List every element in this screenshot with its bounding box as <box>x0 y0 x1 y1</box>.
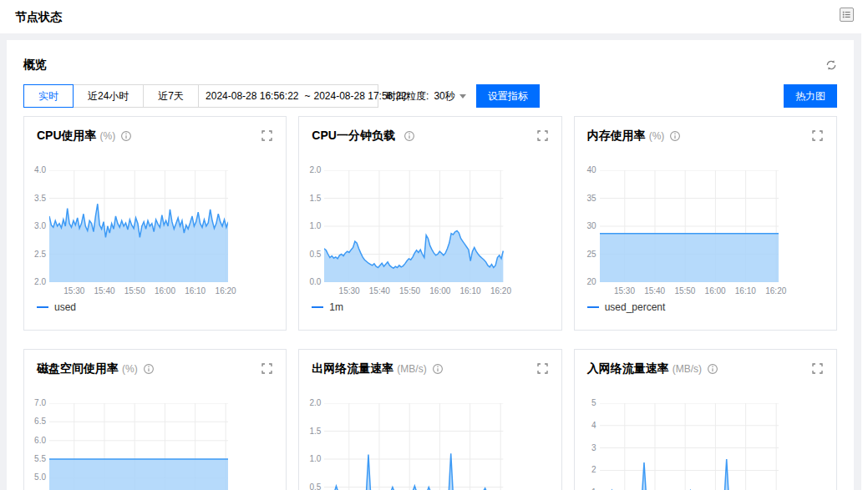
y-axis-tick-label: 0.5 <box>299 482 321 490</box>
y-axis-tick-label: 1.0 <box>299 221 321 231</box>
info-icon[interactable] <box>432 363 444 375</box>
y-axis-tick-label: 2.0 <box>299 398 321 408</box>
y-axis-tick-label: 4 <box>575 421 596 431</box>
y-axis-tick-label: 5.0 <box>24 472 46 482</box>
x-axis-tick-label: 16:00 <box>155 286 175 296</box>
set-metrics-button[interactable]: 设置指标 <box>476 84 540 108</box>
legend-series-label: 1m <box>329 301 343 313</box>
chart-legend[interactable]: used <box>37 301 76 313</box>
y-axis-tick-label: 5 <box>575 398 596 408</box>
expand-icon[interactable] <box>261 363 272 374</box>
y-axis-tick-label: 1.5 <box>299 427 321 437</box>
x-axis-tick-label: 16:10 <box>185 286 206 296</box>
y-axis-tick-label: 3.5 <box>24 194 46 204</box>
y-axis-tick-label: 6.0 <box>24 436 46 446</box>
date-range-separator: ~ <box>304 90 310 102</box>
charts-row-2: 磁盘空间使用率(%)7.06.56.05.55.04.54.015:3015:4… <box>23 349 837 490</box>
chart-unit: (MB/s) <box>673 363 702 375</box>
list-icon-glyph <box>840 8 853 21</box>
y-axis-tick-label: 3.0 <box>24 221 46 231</box>
y-axis-tick-label: 2.0 <box>299 165 321 175</box>
chart-plot-area[interactable] <box>600 403 779 490</box>
y-axis-tick-label: 2 <box>575 465 596 475</box>
chart-plot-area[interactable] <box>324 403 503 490</box>
expand-icon[interactable] <box>812 130 823 141</box>
expand-icon[interactable] <box>261 130 272 141</box>
x-axis-tick-label: 16:10 <box>459 286 480 296</box>
expand-icon[interactable] <box>537 130 548 141</box>
x-axis-tick-label: 16:20 <box>216 286 236 296</box>
time-range-tabs: 实时 近24小时 近7天 <box>23 84 199 108</box>
chart-card-cpu-usage: CPU使用率(%)4.03.53.02.52.015:3015:4015:501… <box>23 116 287 331</box>
tab-realtime[interactable]: 实时 <box>23 84 74 108</box>
info-icon[interactable] <box>120 130 132 142</box>
x-axis-tick-label: 15:30 <box>63 286 84 296</box>
x-axis-tick-label: 15:50 <box>124 286 145 296</box>
legend-line-swatch <box>37 306 48 308</box>
chart-unit: (%) <box>100 130 116 142</box>
chevron-down-icon <box>459 94 466 99</box>
y-axis-tick-label: 35 <box>575 194 596 204</box>
y-axis-tick-label: 7.0 <box>24 398 46 408</box>
chart-plot-area[interactable] <box>49 170 228 282</box>
chart-title: 内存使用率 <box>587 129 646 144</box>
x-axis-tick-label: 15:40 <box>94 286 114 296</box>
info-icon[interactable] <box>143 363 155 375</box>
charts-row-1: CPU使用率(%)4.03.53.02.52.015:3015:4015:501… <box>23 116 837 331</box>
x-axis: 15:3015:4015:5016:0016:1016:20 <box>49 286 228 296</box>
overview-panel: 概览 实时 近24小时 近7天 2024-08-28 16:56:22 ~ 20… <box>7 40 854 490</box>
chart-card-cpu-load-1m: CPU一分钟负载2.01.51.00.50.015:3015:4015:5016… <box>298 116 561 331</box>
expand-icon[interactable] <box>812 363 823 374</box>
x-axis-tick-label: 15:40 <box>369 286 390 296</box>
chart-card-disk-usage: 磁盘空间使用率(%)7.06.56.05.55.04.54.015:3015:4… <box>23 349 287 490</box>
chart-toolbar: 实时 近24小时 近7天 2024-08-28 16:56:22 ~ 2024-… <box>23 84 837 108</box>
chart-card-memory-usage: 内存使用率(%)403530252015:3015:4015:5016:0016… <box>574 116 837 331</box>
chart-unit: (MB/s) <box>397 363 426 375</box>
y-axis-tick-label: 1.5 <box>299 194 321 204</box>
page-title: 节点状态 <box>15 0 62 33</box>
heatmap-button[interactable]: 热力图 <box>784 84 837 108</box>
x-axis: 15:3015:4015:5016:0016:1016:20 <box>324 286 503 296</box>
chart-plot-area[interactable] <box>600 170 779 282</box>
y-axis-tick-label: 25 <box>575 250 596 260</box>
chart-title: 磁盘空间使用率 <box>37 361 119 376</box>
refresh-icon[interactable] <box>825 59 837 71</box>
info-icon[interactable] <box>707 363 718 375</box>
y-axis-tick-label: 30 <box>575 221 596 231</box>
x-axis-tick-label: 15:50 <box>399 286 420 296</box>
y-axis-tick-label: 0.0 <box>299 277 321 287</box>
chart-plot-area[interactable] <box>324 170 503 282</box>
y-axis-tick-label: 0.5 <box>299 250 321 260</box>
legend-series-label: used <box>54 301 76 313</box>
info-icon[interactable] <box>669 130 681 142</box>
date-range-picker[interactable]: 2024-08-28 16:56:22 ~ 2024-08-28 17:56:2… <box>198 84 378 108</box>
top-header: 节点状态 <box>0 0 868 33</box>
granularity-value: 30秒 <box>434 89 454 104</box>
info-icon[interactable] <box>404 130 415 142</box>
x-axis-tick-label: 16:00 <box>429 286 450 296</box>
chart-unit: (%) <box>649 130 665 142</box>
chart-title: 入网络流量速率 <box>587 361 669 376</box>
granularity-label: 时间粒度: <box>386 89 429 104</box>
legend-line-swatch <box>587 306 599 308</box>
y-axis-tick-label: 2.0 <box>24 277 46 287</box>
scrollbar-track[interactable] <box>861 0 868 490</box>
chart-title: CPU一分钟负载 <box>312 129 395 144</box>
x-axis-tick-label: 15:50 <box>674 286 695 296</box>
y-axis-tick-label: 2.5 <box>24 250 46 260</box>
y-axis-tick-label: 20 <box>575 277 596 287</box>
granularity-select[interactable]: 时间粒度: 30秒 <box>386 89 466 104</box>
x-axis: 15:3015:4015:5016:0016:1016:20 <box>600 286 779 296</box>
y-axis-tick-label: 6.5 <box>24 417 46 427</box>
list-icon[interactable] <box>840 8 854 22</box>
x-axis-tick-label: 16:00 <box>705 286 726 296</box>
chart-title: 出网络流量速率 <box>312 361 393 376</box>
x-axis-tick-label: 15:40 <box>644 286 665 296</box>
tab-last-7d[interactable]: 近7天 <box>143 84 199 108</box>
y-axis-tick-label: 3 <box>575 443 596 453</box>
chart-legend[interactable]: 1m <box>312 301 343 313</box>
chart-legend[interactable]: used_percent <box>587 301 666 313</box>
chart-plot-area[interactable] <box>49 403 228 490</box>
tab-last-24h[interactable]: 近24小时 <box>73 84 144 108</box>
expand-icon[interactable] <box>537 363 548 374</box>
